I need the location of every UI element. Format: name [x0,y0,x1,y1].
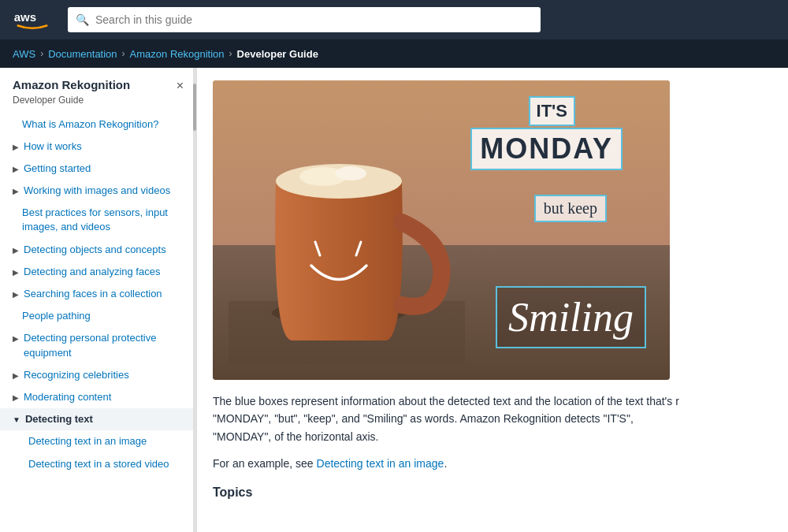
svg-point-5 [335,166,366,180]
main-layout: Amazon Rekognition Developer Guide × Wha… [0,68,788,532]
sidebar-header: Amazon Rekognition Developer Guide × [0,77,196,113]
arrow-right-icon: ▶ [13,186,19,197]
topics-heading: Topics [213,482,686,503]
sidebar-item-moderating[interactable]: ▶ Moderating content [0,386,196,408]
sidebar-item-label: Getting started [24,162,91,176]
arrow-right-icon: ▶ [13,164,19,175]
sidebar: Amazon Rekognition Developer Guide × Wha… [0,68,197,532]
link-period: . [444,457,447,470]
breadcrumb-rekognition[interactable]: Amazon Rekognition [130,48,225,60]
sidebar-item-label: People pathing [22,309,91,323]
sidebar-item-label: Working with images and videos [24,184,170,198]
sidebar-item-label: Detecting personal protective equipment [24,331,184,359]
scroll-indicator [193,68,196,532]
search-input[interactable] [95,13,533,26]
sidebar-item-label: Detecting and analyzing faces [24,265,160,279]
scroll-thumb [193,84,196,131]
sidebar-subtitle: Developer Guide [13,95,130,106]
sidebar-item-label: How it works [24,140,82,154]
sidebar-item-detecting-objects[interactable]: ▶ Detecting objects and concepts [0,239,196,261]
breadcrumb-current: Developer Guide [237,48,318,60]
breadcrumb-sep-3: › [229,48,232,59]
sidebar-item-celebrities[interactable]: ▶ Recognizing celebrities [0,364,196,386]
sidebar-item-label: What is Amazon Rekognition? [22,117,158,132]
content-image-container: IT'S MONDAY but keep Smiling [213,80,670,380]
sidebar-item-label: Searching faces in a collection [24,287,162,301]
sidebar-close-button[interactable]: × [177,79,184,93]
arrow-right-icon: ▶ [13,142,19,153]
sidebar-item-ppe[interactable]: ▶ Detecting personal protective equipmen… [0,327,196,363]
search-icon: 🔍 [76,13,89,26]
text-monday: MONDAY [470,128,623,170]
breadcrumb-sep-2: › [122,48,125,59]
breadcrumb-aws[interactable]: AWS [13,48,35,60]
sidebar-item-working-with-images[interactable]: ▶ Working with images and videos [0,180,196,202]
arrow-right-icon: ▶ [13,392,19,404]
arrow-right-icon: ▶ [13,245,19,256]
breadcrumb: AWS › Documentation › Amazon Rekognition… [0,39,788,68]
svg-text:aws: aws [14,10,36,24]
sidebar-item-detecting-text[interactable]: ▼ Detecting text [0,408,196,430]
sidebar-item-label: Best practices for sensors, input images… [22,206,184,234]
arrow-down-icon: ▼ [13,415,20,426]
sidebar-item-label: Recognizing celebrities [24,368,129,382]
text-smiling: Smiling [496,286,646,348]
coffee-mug-illustration [229,112,465,364]
sidebar-nav: What is Amazon Rekognition? ▶ How it wor… [0,113,196,475]
sidebar-item-getting-started[interactable]: ▶ Getting started [0,158,196,180]
content-area: IT'S MONDAY but keep Smiling The blue bo… [197,68,788,532]
description-paragraph-2: For an example, see Detecting text in an… [213,455,686,472]
breadcrumb-documentation[interactable]: Documentation [48,48,117,60]
arrow-right-icon: ▶ [13,333,19,344]
description-paragraph-1: The blue boxes represent information abo… [213,392,686,445]
aws-logo[interactable]: aws [13,7,52,32]
sidebar-item-label: Detecting text [25,412,93,426]
arrow-right-icon: ▶ [13,289,19,300]
sidebar-item-what-is[interactable]: What is Amazon Rekognition? [0,113,196,136]
sidebar-item-label: Detecting text in a stored video [28,457,169,471]
breadcrumb-sep-1: › [40,48,43,59]
sidebar-item-label: Detecting text in an image [28,434,147,448]
sidebar-item-people-pathing[interactable]: People pathing [0,305,196,327]
detecting-text-link[interactable]: Detecting text in an image [317,457,444,470]
sidebar-item-detecting-faces[interactable]: ▶ Detecting and analyzing faces [0,261,196,283]
sidebar-item-detecting-text-video[interactable]: Detecting text in a stored video [0,453,196,475]
arrow-right-icon: ▶ [13,370,19,381]
top-navigation: aws 🔍 [0,0,788,39]
text-its: IT'S [529,96,575,126]
content-text: The blue boxes represent information abo… [213,392,686,502]
sidebar-item-how-it-works[interactable]: ▶ How it works [0,136,196,158]
sidebar-item-searching-faces[interactable]: ▶ Searching faces in a collection [0,283,196,305]
sidebar-item-label: Moderating content [24,390,111,404]
text-but-keep: but keep [534,195,607,222]
search-bar[interactable]: 🔍 [68,7,541,32]
sidebar-item-best-practices[interactable]: Best practices for sensors, input images… [0,202,196,238]
sidebar-item-label: Detecting objects and concepts [24,243,166,257]
sidebar-title: Amazon Rekognition [13,77,130,93]
content-image: IT'S MONDAY but keep Smiling [213,80,670,380]
arrow-right-icon: ▶ [13,267,19,278]
description-text-2: For an example, see [213,457,314,470]
sidebar-item-detecting-text-image[interactable]: Detecting text in an image [0,430,196,452]
